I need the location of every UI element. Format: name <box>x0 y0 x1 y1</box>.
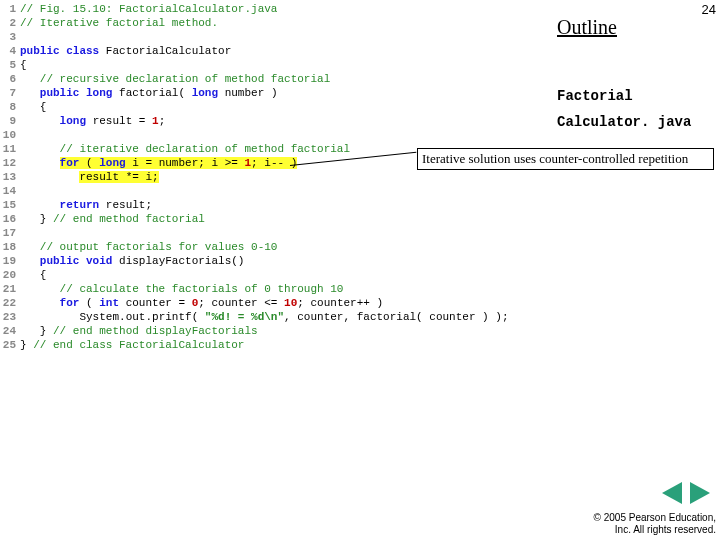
copyright-text: © 2005 Pearson Education, Inc. All right… <box>594 512 716 536</box>
code-line: 8 { <box>0 100 415 114</box>
code-line: 6 // recursive declaration of method fac… <box>0 72 415 86</box>
code-line: 14 <box>0 184 415 198</box>
code-line: 13 result *= i; <box>0 170 415 184</box>
code-line: 15 return result; <box>0 198 415 212</box>
code-line: 3 <box>0 30 415 44</box>
code-line: 2// Iterative factorial method. <box>0 16 415 30</box>
code-line: 7 public long factorial( long number ) <box>0 86 415 100</box>
code-line: 19 public void displayFactorials() <box>0 254 415 268</box>
code-line: 23 System.out.printf( "%d! = %d\n", coun… <box>0 310 415 324</box>
code-line: 5{ <box>0 58 415 72</box>
code-line: 10 <box>0 128 415 142</box>
code-line: 18 // output factorials for values 0-10 <box>0 240 415 254</box>
code-line: 22 for ( int counter = 0; counter <= 10;… <box>0 296 415 310</box>
code-line: 21 // calculate the factorials of 0 thro… <box>0 282 415 296</box>
slide-number: 24 <box>702 2 716 17</box>
nav-controls <box>662 482 710 504</box>
code-line: 11 // iterative declaration of method fa… <box>0 142 415 156</box>
code-line: 4public class FactorialCalculator <box>0 44 415 58</box>
code-line: 16 } // end method factorial <box>0 212 415 226</box>
callout-annotation: Iterative solution uses counter-controll… <box>417 148 714 170</box>
code-line: 1// Fig. 15.10: FactorialCalculator.java <box>0 2 415 16</box>
code-line: 17 <box>0 226 415 240</box>
file-label-1: Factorial <box>557 88 633 104</box>
prev-button[interactable] <box>662 482 682 504</box>
file-label-2: Calculator. java <box>557 114 691 130</box>
outline-title: Outline <box>557 16 617 39</box>
code-line: 25} // end class FactorialCalculator <box>0 338 415 352</box>
code-line: 9 long result = 1; <box>0 114 415 128</box>
code-listing: 1// Fig. 15.10: FactorialCalculator.java… <box>0 2 415 352</box>
code-line: 20 { <box>0 268 415 282</box>
code-line: 24 } // end method displayFactorials <box>0 324 415 338</box>
next-button[interactable] <box>690 482 710 504</box>
